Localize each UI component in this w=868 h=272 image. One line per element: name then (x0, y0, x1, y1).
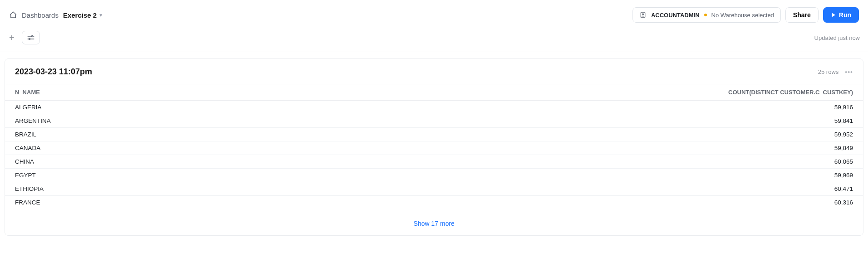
cell-count: 60,471 (244, 182, 863, 196)
column-header-count[interactable]: COUNT(DISTINCT CUSTOMER.C_CUSTKEY) (244, 84, 863, 101)
cell-count: 60,065 (244, 155, 863, 169)
context-selector[interactable]: ACCOUNTADMIN No Warehouse selected (633, 7, 781, 23)
cell-count: 59,952 (244, 128, 863, 141)
results-table: N_NAME COUNT(DISTINCT CUSTOMER.C_CUSTKEY… (5, 84, 863, 209)
table-row[interactable]: CHINA60,065 (5, 155, 863, 169)
dashboard-name-label: Exercise 2 (63, 11, 97, 19)
dashboard-name[interactable]: Exercise 2 ▼ (63, 11, 103, 19)
panel-title: 2023-03-23 11:07pm (15, 67, 92, 77)
svg-point-3 (31, 36, 33, 37)
svg-point-5 (29, 39, 30, 40)
sliders-icon (27, 34, 35, 41)
cell-count: 59,841 (244, 114, 863, 128)
table-row[interactable]: ETHIOPIA60,471 (5, 182, 863, 196)
play-icon (831, 12, 836, 18)
run-button-label: Run (839, 11, 851, 19)
table-row[interactable]: ARGENTINA59,841 (5, 114, 863, 128)
cell-count: 59,969 (244, 169, 863, 182)
show-more-link[interactable]: Show 17 more (413, 220, 454, 227)
cell-name: ALGERIA (5, 101, 244, 114)
divider (0, 52, 868, 52)
result-panel: 2023-03-23 11:07pm 25 rows ••• N_NAME CO… (5, 58, 863, 236)
more-icon[interactable]: ••• (845, 68, 853, 76)
column-header-name[interactable]: N_NAME (5, 84, 244, 101)
role-icon (639, 11, 647, 19)
home-icon[interactable] (9, 11, 17, 19)
account-role-label: ACCOUNTADMIN (651, 12, 700, 19)
warehouse-status-label: No Warehouse selected (711, 12, 774, 19)
chevron-down-icon: ▼ (98, 13, 103, 18)
cell-count: 59,849 (244, 141, 863, 155)
svg-point-1 (642, 14, 643, 15)
cell-count: 59,916 (244, 101, 863, 114)
cell-name: ARGENTINA (5, 114, 244, 128)
add-tile-button[interactable]: + (8, 31, 15, 44)
warehouse-status-dot-icon (704, 14, 707, 16)
run-button[interactable]: Run (823, 7, 859, 23)
table-row[interactable]: CANADA59,849 (5, 141, 863, 155)
share-button[interactable]: Share (785, 7, 819, 23)
cell-count: 60,316 (244, 196, 863, 209)
cell-name: BRAZIL (5, 128, 244, 141)
cell-name: CHINA (5, 155, 244, 169)
cell-name: EGYPT (5, 169, 244, 182)
table-row[interactable]: BRAZIL59,952 (5, 128, 863, 141)
filter-button[interactable] (22, 31, 40, 44)
cell-name: CANADA (5, 141, 244, 155)
table-row[interactable]: ALGERIA59,916 (5, 101, 863, 114)
updated-timestamp: Updated just now (814, 34, 860, 41)
table-row[interactable]: FRANCE60,316 (5, 196, 863, 209)
table-row[interactable]: EGYPT59,969 (5, 169, 863, 182)
breadcrumb-root[interactable]: Dashboards (22, 11, 59, 19)
cell-name: ETHIOPIA (5, 182, 244, 196)
rows-count-label: 25 rows (818, 68, 839, 75)
cell-name: FRANCE (5, 196, 244, 209)
